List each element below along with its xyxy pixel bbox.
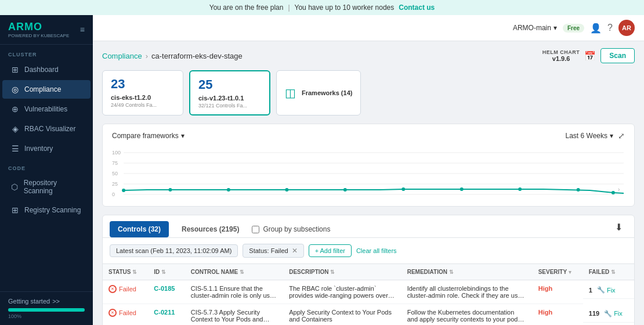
controls-tabs-left: Controls (32) Resources (2195) Group by … bbox=[110, 221, 330, 237]
filter-chip-remove[interactable]: ✕ bbox=[292, 247, 298, 255]
chart-container: Compare frameworks ▾ Last 6 Weeks ▾ ⤢ 0 bbox=[102, 124, 635, 207]
clear-all-filters-link[interactable]: Clear all filters bbox=[356, 247, 397, 254]
sidebar-logo: ARMO POWERED BY KUBESCAPE ≡ bbox=[0, 15, 93, 45]
sidebar-item-repo-scanning[interactable]: ⬡ Repository Scanning bbox=[2, 174, 91, 200]
inventory-icon: ☰ bbox=[10, 144, 20, 153]
compliance-chart: 0 25 50 75 100 bbox=[112, 145, 625, 197]
col-status: STATUS ⇅ bbox=[103, 264, 148, 280]
group-by-checkbox[interactable]: Group by subsections bbox=[252, 225, 330, 233]
tab-resources[interactable]: Resources (2195) bbox=[173, 221, 247, 237]
nodes-text: You have up to 10 worker nodes bbox=[295, 3, 395, 12]
filter-chip-status: Status: Failed ✕ bbox=[243, 244, 303, 258]
table-header-row: STATUS ⇅ ID ⇅ CONTROL NAME ⇅ DESCRIPTION… bbox=[103, 264, 634, 280]
col-control-name: CONTROL NAME ⇅ bbox=[185, 264, 284, 280]
period-label: Last 6 Weeks bbox=[566, 132, 607, 140]
svg-text:50: 50 bbox=[112, 171, 118, 176]
description-text: The RBAC role `cluster-admin` provides w… bbox=[289, 285, 395, 299]
sidebar-item-inventory[interactable]: ☰ Inventory bbox=[2, 139, 91, 158]
avatar[interactable]: AR bbox=[618, 20, 635, 36]
failed-count: 119 bbox=[589, 310, 599, 317]
hamburger-icon[interactable]: ≡ bbox=[80, 25, 85, 34]
contact-us-link[interactable]: Contact us bbox=[399, 3, 435, 12]
sidebar-item-dashboard[interactable]: ⊞ Dashboard bbox=[2, 60, 91, 79]
download-icon[interactable]: ⬇ bbox=[610, 222, 627, 237]
fix-button[interactable]: 🔧 Fix bbox=[604, 310, 623, 317]
cell-status: Failed bbox=[103, 280, 148, 304]
cluster-section-label: CLUSTER bbox=[0, 45, 93, 60]
sidebar-bottom: Getting started >> 100% bbox=[0, 291, 93, 325]
header-right: ARMO-main ▾ Free 👤 ? AR bbox=[513, 20, 635, 36]
frameworks-icon: ◫ bbox=[285, 86, 296, 100]
sidebar-item-rbac[interactable]: ◈ RBAC Visualizer bbox=[2, 120, 91, 138]
svg-text:25: 25 bbox=[112, 181, 118, 187]
sidebar-item-label: Registry Scanning bbox=[24, 206, 81, 214]
filter-bar: Latest scan (Feb 11, 2023, 11:02:09 AM) … bbox=[103, 238, 634, 264]
group-by-input[interactable] bbox=[252, 226, 259, 233]
cluster-selector[interactable]: ARMO-main ▾ bbox=[513, 24, 557, 32]
table-row: Failed C-0211 CIS-5.7.3 Apply Security C… bbox=[103, 304, 634, 326]
compare-frameworks-button[interactable]: Compare frameworks ▾ bbox=[112, 132, 184, 140]
svg-text:0: 0 bbox=[112, 192, 115, 197]
sidebar-item-registry-scanning[interactable]: ⊞ Registry Scanning bbox=[2, 201, 91, 219]
cell-severity: High bbox=[533, 280, 583, 304]
getting-started-link[interactable]: Getting started >> bbox=[8, 298, 85, 305]
helm-info: HELM CHART v1.9.6 bbox=[542, 49, 580, 62]
content-area: ARMO-main ▾ Free 👤 ? AR Compliance › ca-… bbox=[93, 15, 644, 325]
fw-card-title: cis-eks-t1.2.0 bbox=[111, 94, 175, 101]
repo-icon: ⬡ bbox=[10, 182, 19, 192]
scan-button[interactable]: Scan bbox=[600, 48, 635, 63]
progress-label: 100% bbox=[8, 313, 85, 319]
getting-started-arrow: >> bbox=[52, 298, 60, 305]
fw-card-cis-v123[interactable]: 25 cis-v1.23-t1.0.1 32/121 Controls Fa..… bbox=[189, 70, 270, 115]
tab-controls[interactable]: Controls (32) bbox=[110, 221, 169, 237]
sidebar-item-label: Dashboard bbox=[24, 66, 59, 74]
cell-failed: 119 🔧 Fix bbox=[583, 304, 634, 323]
cell-severity: High bbox=[533, 304, 583, 326]
fw-card-sub: 24/49 Controls Fa... bbox=[111, 102, 175, 108]
vulnerabilities-icon: ⊕ bbox=[10, 104, 20, 114]
fix-button[interactable]: 🔧 Fix bbox=[597, 286, 616, 294]
sidebar-item-label: Inventory bbox=[24, 145, 53, 153]
compliance-icon: ◎ bbox=[10, 85, 20, 94]
control-name-text: CIS-5.1.1 Ensure that the cluster-admin … bbox=[191, 285, 278, 299]
expand-chart-icon[interactable]: ⤢ bbox=[618, 131, 625, 140]
cell-failed: 1 🔧 Fix bbox=[583, 280, 634, 299]
fw-card-sub: 32/121 Controls Fa... bbox=[198, 103, 261, 109]
breadcrumb: Compliance › ca-terraform-eks-dev-stage bbox=[102, 52, 243, 60]
controls-section: Controls (32) Resources (2195) Group by … bbox=[102, 215, 635, 325]
control-id-link[interactable]: C-0211 bbox=[154, 309, 175, 316]
chart-period-filter[interactable]: Last 6 Weeks ▾ bbox=[566, 132, 613, 140]
breadcrumb-parent[interactable]: Compliance bbox=[102, 52, 142, 60]
sidebar-item-label: RBAC Visualizer bbox=[24, 125, 75, 133]
progress-bar-container bbox=[8, 308, 85, 312]
control-id-link[interactable]: C-0185 bbox=[154, 285, 175, 292]
col-remediation: REMEDIATION ⇅ bbox=[401, 264, 533, 280]
svg-point-10 bbox=[122, 189, 125, 192]
chart-header: Compare frameworks ▾ Last 6 Weeks ▾ ⤢ bbox=[112, 131, 625, 140]
cell-control-name: CIS-5.7.3 Apply Security Context to Your… bbox=[185, 304, 284, 326]
banner-divider: | bbox=[288, 3, 290, 12]
progress-bar-fill bbox=[8, 308, 85, 312]
sidebar-item-label: Vulnerabilities bbox=[24, 105, 67, 113]
breadcrumb-current: ca-terraform-eks-dev-stage bbox=[151, 52, 243, 60]
logo-sub: POWERED BY KUBESCAPE bbox=[8, 33, 69, 38]
fw-card-count: 23 bbox=[111, 77, 175, 92]
col-description: DESCRIPTION ⇅ bbox=[283, 264, 401, 280]
compare-frameworks-label: Compare frameworks bbox=[112, 132, 179, 140]
user-icon[interactable]: 👤 bbox=[590, 23, 602, 34]
calendar-icon[interactable]: 📅 bbox=[584, 50, 596, 62]
controls-table: STATUS ⇅ ID ⇅ CONTROL NAME ⇅ DESCRIPTION… bbox=[103, 264, 634, 325]
fw-card-frameworks[interactable]: ◫ Frameworks (14) bbox=[276, 70, 361, 115]
framework-cards: 23 cis-eks-t1.2.0 24/49 Controls Fa... 2… bbox=[102, 70, 635, 115]
sidebar-item-vulnerabilities[interactable]: ⊕ Vulnerabilities bbox=[2, 100, 91, 118]
fix-icon: 🔧 bbox=[604, 310, 612, 317]
cluster-dropdown-icon: ▾ bbox=[553, 24, 557, 32]
svg-point-13 bbox=[285, 188, 288, 192]
sidebar-item-compliance[interactable]: ◎ Compliance bbox=[2, 80, 91, 99]
help-icon[interactable]: ? bbox=[607, 23, 613, 33]
cell-id: C-0185 bbox=[148, 280, 184, 304]
helm-version: v1.9.6 bbox=[542, 55, 580, 62]
fw-card-cis-eks[interactable]: 23 cis-eks-t1.2.0 24/49 Controls Fa... bbox=[102, 70, 183, 115]
status-dot bbox=[108, 285, 117, 293]
add-filter-button[interactable]: + Add filter bbox=[309, 244, 352, 257]
